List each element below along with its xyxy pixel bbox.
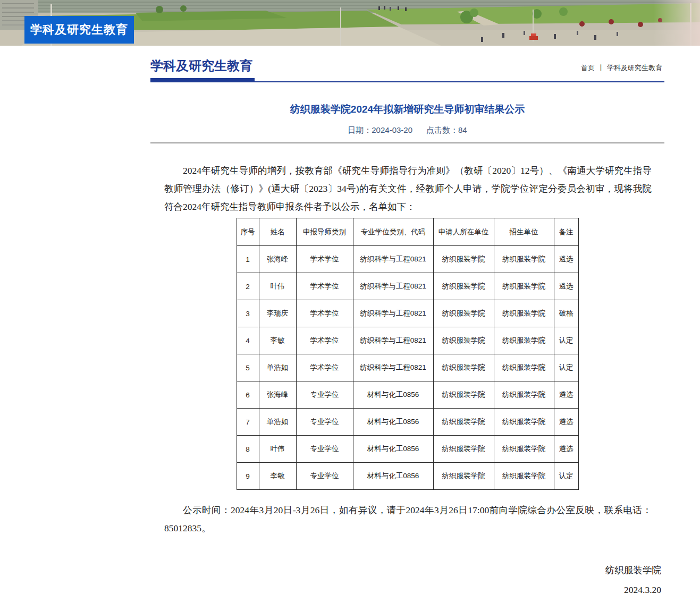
article-meta: 日期：2024-03-20点击数：84	[150, 125, 664, 135]
table-row: 6张海峰专业学位材料与化工0856纺织服装学院纺织服装学院遴选	[237, 381, 578, 409]
breadcrumb-home-link[interactable]: 首页	[581, 64, 595, 72]
col-header-discipline: 专业学位类别、代码	[353, 218, 433, 246]
table-cell: 9	[237, 463, 259, 490]
table-cell: 纺织服装学院	[494, 381, 554, 409]
table-cell: 纺织科学与工程0821	[353, 327, 433, 354]
table-row: 4李敏学术学位纺织科学与工程0821纺织服装学院纺织服装学院认定	[237, 327, 578, 354]
col-header-name: 姓名	[259, 218, 296, 246]
table-cell: 纺织服装学院	[494, 436, 554, 463]
table-cell: 学术学位	[296, 354, 353, 381]
table-cell: 纺织科学与工程0821	[353, 354, 433, 381]
table-cell: 纺织服装学院	[433, 300, 494, 327]
table-cell: 纺织服装学院	[494, 300, 554, 327]
table-cell: 纺织科学与工程0821	[353, 273, 433, 300]
table-cell: 专业学位	[296, 409, 353, 436]
table-row: 3李瑞庆学术学位纺织科学与工程0821纺织服装学院纺织服装学院破格	[237, 300, 578, 327]
table-cell: 材料与化工0856	[353, 381, 433, 409]
table-cell: 纺织服装学院	[433, 436, 494, 463]
meta-divider	[150, 142, 664, 143]
table-cell: 纺织服装学院	[433, 409, 494, 436]
signature-date: 2024.3.20	[150, 580, 661, 594]
table-cell: 纺织服装学院	[433, 327, 494, 354]
content-area: 学科及研究生教育 首页丨学科及研究生教育 纺织服装学院2024年拟新增研究生导师…	[150, 46, 664, 594]
article-title: 纺织服装学院2024年拟新增研究生导师初审结果公示	[150, 103, 664, 116]
table-cell: 张海峰	[259, 381, 296, 409]
table-cell: 纺织服装学院	[433, 246, 494, 273]
table-cell: 遴选	[554, 273, 578, 300]
col-header-index: 序号	[237, 218, 259, 246]
banner-photo: 学科及研究生教育	[0, 0, 700, 46]
title-underline-bar	[150, 78, 255, 82]
table-cell: 2	[237, 273, 259, 300]
banner-section-label: 学科及研究生教育	[24, 16, 134, 44]
table-cell: 遴选	[554, 436, 578, 463]
table-cell: 学术学位	[296, 327, 353, 354]
table-header-row: 序号 姓名 申报导师类别 专业学位类别、代码 申请人所在单位 招生单位 备注	[237, 218, 578, 246]
meta-date-value: 2024-03-20	[372, 125, 412, 134]
meta-date-label: 日期：	[348, 125, 372, 134]
table-cell: 8	[237, 436, 259, 463]
table-cell: 材料与化工0856	[353, 463, 433, 490]
table-cell: 专业学位	[296, 463, 353, 490]
table-cell: 破格	[554, 300, 578, 327]
table-cell: 纺织服装学院	[494, 327, 554, 354]
page: 学科及研究生教育 学科及研究生教育 首页丨学科及研究生教育 纺织服装学院2024…	[0, 0, 700, 594]
table-cell: 专业学位	[296, 436, 353, 463]
table-row: 8叶伟专业学位材料与化工0856纺织服装学院纺织服装学院遴选	[237, 436, 578, 463]
table-cell: 单浩如	[259, 409, 296, 436]
table-cell: 认定	[554, 354, 578, 381]
closing-paragraph: 公示时间：2024年3月20日-3月26日，如有异议，请于2024年3月26日1…	[164, 501, 652, 537]
supervisor-table-body: 1张海峰学术学位纺织科学与工程0821纺织服装学院纺织服装学院遴选2叶伟学术学位…	[237, 246, 578, 490]
table-cell: 纺织服装学院	[494, 246, 554, 273]
table-cell: 材料与化工0856	[353, 436, 433, 463]
article-paragraph: 2024年研究生导师的增列，按教育部《研究生导师指导行为准则》（教研〔2020〕…	[164, 162, 652, 216]
breadcrumb: 首页丨学科及研究生教育	[581, 63, 662, 73]
table-cell: 学术学位	[296, 300, 353, 327]
table-cell: 材料与化工0856	[353, 409, 433, 436]
table-cell: 纺织服装学院	[433, 381, 494, 409]
table-cell: 6	[237, 381, 259, 409]
banner-section-label-text: 学科及研究生教育	[30, 22, 128, 38]
table-cell: 遴选	[554, 246, 578, 273]
meta-hits-label: 点击数：	[426, 125, 458, 134]
table-cell: 认定	[554, 327, 578, 354]
table-cell: 纺织科学与工程0821	[353, 300, 433, 327]
table-cell: 5	[237, 354, 259, 381]
signature-block: 纺织服装学院 2024.3.20	[150, 561, 661, 594]
table-cell: 学术学位	[296, 246, 353, 273]
signature-org: 纺织服装学院	[150, 561, 661, 580]
table-cell: 4	[237, 327, 259, 354]
meta-hits-value: 84	[458, 125, 467, 134]
table-cell: 遴选	[554, 381, 578, 409]
supervisor-table: 序号 姓名 申报导师类别 专业学位类别、代码 申请人所在单位 招生单位 备注 1…	[237, 218, 579, 490]
table-cell: 认定	[554, 463, 578, 490]
table-cell: 1	[237, 246, 259, 273]
breadcrumb-current-link[interactable]: 学科及研究生教育	[607, 64, 662, 72]
page-header: 学科及研究生教育 首页丨学科及研究生教育	[150, 57, 664, 82]
table-cell: 纺织服装学院	[433, 273, 494, 300]
table-row: 9李敏专业学位材料与化工0856纺织服装学院纺织服装学院认定	[237, 463, 578, 490]
table-cell: 遴选	[554, 409, 578, 436]
table-cell: 7	[237, 409, 259, 436]
table-cell: 纺织服装学院	[494, 463, 554, 490]
table-cell: 学术学位	[296, 273, 353, 300]
table-cell: 纺织服装学院	[494, 273, 554, 300]
col-header-category: 申报导师类别	[296, 218, 353, 246]
table-cell: 纺织服装学院	[494, 354, 554, 381]
table-cell: 纺织服装学院	[433, 354, 494, 381]
col-header-remark: 备注	[554, 218, 578, 246]
table-row: 5单浩如学术学位纺织科学与工程0821纺织服装学院纺织服装学院认定	[237, 354, 578, 381]
supervisor-table-head: 序号 姓名 申报导师类别 专业学位类别、代码 申请人所在单位 招生单位 备注	[237, 218, 578, 246]
page-title: 学科及研究生教育	[150, 57, 252, 74]
table-cell: 单浩如	[259, 354, 296, 381]
table-cell: 纺织服装学院	[494, 409, 554, 436]
table-row: 7单浩如专业学位材料与化工0856纺织服装学院纺织服装学院遴选	[237, 409, 578, 436]
table-cell: 3	[237, 300, 259, 327]
table-cell: 张海峰	[259, 246, 296, 273]
table-cell: 李敏	[259, 463, 296, 490]
table-cell: 李敏	[259, 327, 296, 354]
table-cell: 叶伟	[259, 273, 296, 300]
table-cell: 纺织服装学院	[433, 463, 494, 490]
table-row: 1张海峰学术学位纺织科学与工程0821纺织服装学院纺织服装学院遴选	[237, 246, 578, 273]
table-cell: 李瑞庆	[259, 300, 296, 327]
